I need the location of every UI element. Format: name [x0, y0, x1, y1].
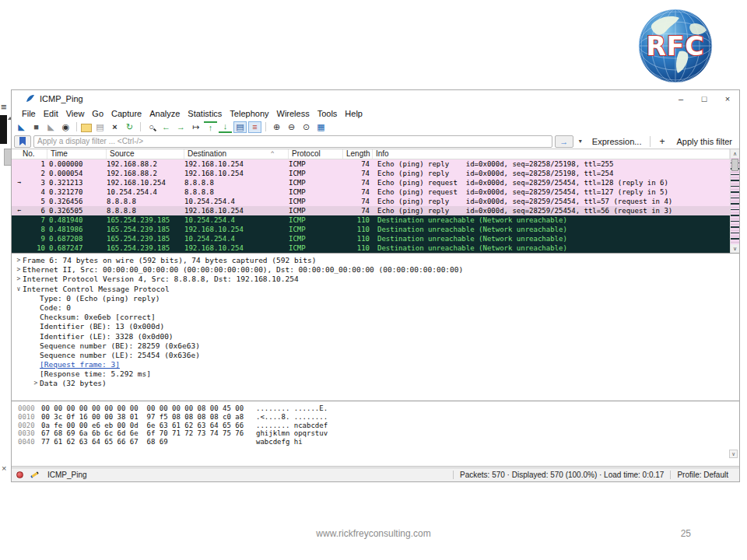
menu-tools[interactable]: Tools	[314, 109, 342, 118]
packet-row[interactable]: 4 0.321270 10.254.254.4 8.8.8.8 ICMP 74 …	[12, 187, 730, 197]
open-file-icon[interactable]	[81, 124, 92, 132]
column-header-info[interactable]: Info	[373, 149, 730, 159]
title-bar[interactable]: ICMP_Ping – □ ×	[12, 90, 739, 107]
apply-filter-arrow-button[interactable]: →	[555, 135, 573, 148]
detail-line[interactable]: > Frame 6: 74 bytes on wire (592 bits), …	[12, 256, 739, 265]
packet-row[interactable]: 7 0.481940 165.254.239.185 10.254.254.4 …	[12, 215, 730, 225]
menu-analyze[interactable]: Analyze	[146, 109, 184, 118]
expander-icon[interactable]	[32, 351, 40, 360]
column-header-source[interactable]: Source	[107, 149, 184, 159]
stop-capture-icon[interactable]: ■	[30, 121, 43, 133]
filter-bookmark-button[interactable]	[14, 135, 31, 148]
packet-row[interactable]: 8 0.481986 165.254.239.185 192.168.10.25…	[12, 225, 730, 234]
packet-row[interactable]: 1 0.000000 192.168.88.2 192.168.10.254 I…	[12, 159, 730, 169]
menu-statistics[interactable]: Statistics	[184, 109, 226, 118]
detail-line[interactable]: ∨ Internet Control Message Protocol	[12, 285, 739, 294]
expander-icon[interactable]	[32, 294, 40, 303]
hex-scroll-down-icon[interactable]: ∨	[729, 450, 738, 458]
expander-icon[interactable]	[32, 369, 40, 379]
detail-line[interactable]: Checksum: 0xe6eb [correct]	[12, 313, 739, 322]
detail-line[interactable]: Identifier (LE): 3328 (0x0d00)	[12, 332, 739, 341]
detail-line[interactable]: Sequence number (BE): 28259 (0x6e63)	[12, 341, 739, 351]
go-back-icon[interactable]: ←	[160, 121, 173, 133]
close-button[interactable]: ×	[716, 90, 739, 107]
detail-line[interactable]: Type: 0 (Echo (ping) reply)	[12, 294, 739, 303]
packet-row[interactable]: 5 0.326456 8.8.8.8 10.254.254.4 ICMP 74 …	[12, 197, 730, 206]
display-filter-input[interactable]	[33, 135, 552, 148]
packet-row[interactable]: 10 0.687247 165.254.239.185 192.168.10.2…	[12, 243, 730, 253]
zoom-out-icon[interactable]: ⊖	[285, 121, 298, 133]
resize-columns-icon[interactable]: ▦	[314, 121, 328, 133]
go-last-packet-icon[interactable]: ↓	[219, 121, 232, 133]
detail-line[interactable]: [Response time: 5.292 ms]	[12, 369, 739, 379]
add-filter-button[interactable]: +	[654, 136, 669, 147]
scroll-down-icon[interactable]: ∨	[731, 244, 739, 253]
expander-icon[interactable]	[32, 322, 40, 331]
zoom-reset-icon[interactable]: ⊙	[300, 121, 313, 133]
detail-line[interactable]: Sequence number (LE): 25454 (0x636e)	[12, 351, 739, 360]
hex-row[interactable]: 0040 77 61 62 63 64 65 66 67 68 69 wabcd…	[12, 438, 739, 446]
find-packet-icon[interactable]: ○	[145, 121, 158, 133]
profile-label[interactable]: Profile: Default	[670, 471, 735, 480]
expander-icon[interactable]	[32, 303, 40, 313]
column-header-protocol[interactable]: Protocol	[289, 149, 343, 159]
apply-this-filter-button[interactable]: Apply this filter	[672, 137, 737, 146]
expander-icon[interactable]: >	[15, 275, 23, 284]
detail-line[interactable]: Code: 0	[12, 303, 739, 313]
packet-list-scrollbar[interactable]: ∧ ∨	[730, 149, 739, 253]
expert-info-icon[interactable]	[16, 471, 23, 478]
expander-icon[interactable]: >	[15, 256, 23, 265]
scroll-up-icon[interactable]: ∧	[731, 149, 739, 158]
detail-line[interactable]: > Ethernet II, Src: 00:00:00_00:00:00 (0…	[12, 265, 739, 275]
minimize-button[interactable]: –	[669, 90, 693, 107]
expander-icon[interactable]	[32, 360, 40, 369]
detail-line[interactable]: [Request frame: 3]	[12, 360, 739, 369]
detail-line[interactable]: > Internet Protocol Version 4, Src: 8.8.…	[12, 275, 739, 284]
expander-icon[interactable]: >	[15, 265, 23, 275]
edit-comment-icon[interactable]	[30, 471, 39, 478]
packet-row[interactable]: ← 6 0.326505 8.8.8.8 192.168.10.254 ICMP…	[12, 206, 730, 215]
column-header-time[interactable]: Time	[47, 149, 107, 159]
expander-icon[interactable]	[32, 313, 40, 322]
start-capture-icon[interactable]: ◣	[15, 121, 28, 133]
packet-row[interactable]: → 3 0.321213 192.168.10.254 8.8.8.8 ICMP…	[12, 178, 730, 187]
menu-file[interactable]: File	[18, 109, 40, 118]
capture-options-icon[interactable]: ◉	[59, 121, 72, 133]
hex-row[interactable]: 0010 00 3c 0f 16 00 00 38 01 97 f5 08 08…	[12, 413, 739, 422]
menu-view[interactable]: View	[62, 109, 89, 118]
menu-help[interactable]: Help	[341, 109, 366, 118]
packet-row[interactable]: 9 0.687208 165.254.239.185 10.254.254.4 …	[12, 234, 730, 243]
scrollbar-thumb[interactable]	[731, 159, 738, 171]
hex-row[interactable]: 0020 0a fe 00 00 e6 eb 00 0d 6e 63 61 62…	[12, 422, 739, 430]
menu-telephony[interactable]: Telephony	[226, 109, 272, 118]
hex-row[interactable]: 0030 67 68 69 6a 6b 6c 6d 6e 6f 70 71 72…	[12, 429, 739, 438]
go-forward-icon[interactable]: →	[174, 121, 188, 133]
go-to-packet-icon[interactable]: ↦	[189, 121, 202, 133]
restore-button[interactable]: □	[693, 90, 716, 107]
expander-icon[interactable]: ∨	[15, 285, 23, 294]
menu-edit[interactable]: Edit	[40, 109, 62, 118]
menu-wireless[interactable]: Wireless	[273, 109, 314, 118]
colorize-icon[interactable]: ≡	[248, 121, 261, 133]
go-first-packet-icon[interactable]: ↑	[204, 121, 217, 133]
hex-row[interactable]: 0000 00 00 00 00 00 00 00 00 00 00 00 00…	[12, 404, 739, 413]
restart-capture-icon[interactable]: ◣	[44, 121, 58, 133]
packet-row[interactable]: 2 0.000054 192.168.88.2 192.168.10.254 I…	[12, 169, 730, 178]
expander-icon[interactable]: >	[32, 379, 40, 388]
save-file-icon[interactable]: ▤	[93, 121, 107, 133]
reload-icon[interactable]: ↻	[123, 121, 136, 133]
menu-capture[interactable]: Capture	[107, 109, 146, 118]
filter-history-caret[interactable]: ▾	[576, 135, 585, 148]
expander-icon[interactable]	[32, 341, 40, 351]
detail-line[interactable]: Identifier (BE): 13 (0x000d)	[12, 322, 739, 331]
expander-icon[interactable]	[32, 332, 40, 341]
auto-scroll-icon[interactable]: ▤	[233, 121, 247, 133]
expression-button[interactable]: Expression...	[587, 137, 647, 146]
menu-go[interactable]: Go	[88, 109, 107, 118]
column-header-destination[interactable]: Destination	[184, 149, 289, 159]
close-file-icon[interactable]: ×	[108, 121, 121, 133]
detail-line[interactable]: > Data (32 bytes)	[12, 379, 739, 388]
column-header-no[interactable]: No.	[12, 149, 47, 159]
column-header-length[interactable]: Length	[343, 149, 373, 159]
zoom-in-icon[interactable]: ⊕	[270, 121, 283, 133]
